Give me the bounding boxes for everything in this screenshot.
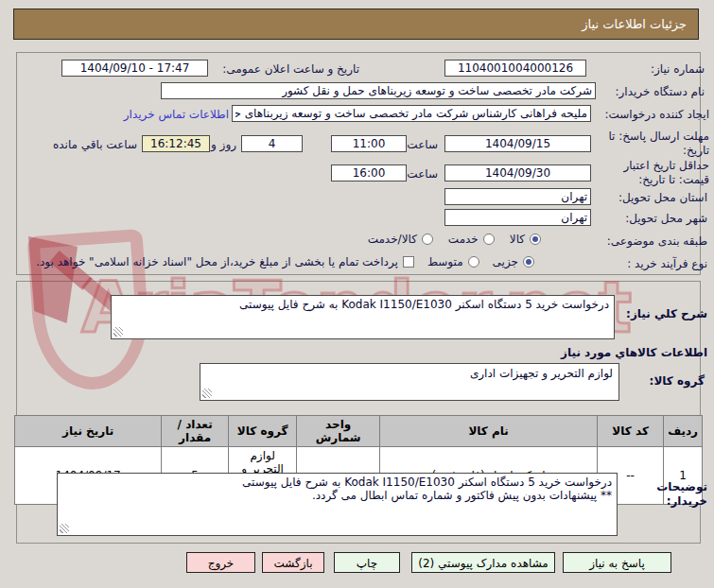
radio-medium-icon[interactable] (468, 256, 479, 268)
request-creator-label: ایجاد کننده درخواست: (604, 108, 709, 121)
treasury-checkbox-icon[interactable] (403, 256, 414, 268)
buyer-notes-textarea[interactable]: درخواست خرید 5 دستگاه اسکنر Kodak I1150/… (58, 474, 617, 535)
print-button[interactable]: چاپ (334, 552, 400, 573)
exit-button[interactable]: خروج (186, 552, 255, 573)
buyer-org-label: نام دستگاه خریدار: (616, 85, 705, 98)
remaining-time-field[interactable] (142, 135, 210, 152)
need-description-box: درخواست خرید 5 دستگاه اسکنر Kodak I1150/… (111, 295, 615, 339)
col-unit: واحد شمارش (297, 416, 380, 447)
delivery-city-field[interactable] (444, 209, 591, 226)
back-button[interactable]: بازگشت (262, 552, 324, 573)
process-option-medium[interactable]: متوسط (427, 255, 479, 268)
radio-goods-service-label: کالا/خدمت (368, 233, 417, 246)
treasury-checkbox-label: پرداخت تمام یا بخشی از مبلغ خرید،از محل … (36, 255, 398, 268)
col-qty: تعداد / مقدار (162, 416, 229, 447)
buyer-notes-label: توضیحات خریدار: (649, 480, 707, 509)
remaining-time-label: ساعت باقي مانده (53, 138, 137, 151)
buyer-contact-link[interactable]: اطلاعات تماس خریدار (124, 108, 229, 121)
deadline-hour-label: ساعت (407, 138, 438, 151)
classification-option-goods[interactable]: کالا (510, 233, 541, 246)
delivery-province-field[interactable] (444, 188, 591, 205)
validity-hour-label: ساعت (407, 167, 438, 181)
resize-grip-icon[interactable] (60, 524, 69, 533)
goods-group-label: گروه كالا: (650, 374, 705, 388)
radio-medium-label: متوسط (427, 255, 463, 268)
need-description-textarea[interactable]: درخواست خرید 5 دستگاه اسکنر Kodak I1150/… (112, 296, 614, 338)
classification-label: طبقه بندی موضوعی: (607, 234, 707, 248)
resize-grip-icon[interactable] (202, 389, 212, 398)
classification-option-goods-service[interactable]: کالا/خدمت (368, 233, 433, 246)
remaining-days-label: روز و (211, 138, 236, 151)
delivery-province-label: استان محل تحویل: (618, 191, 707, 204)
remaining-days-field[interactable] (241, 135, 303, 152)
respond-to-need-button[interactable]: پاسخ به نیاز (563, 552, 671, 573)
items-table-header-row: ردیف کد کالا نام کالا واحد شمارش گروه کا… (15, 416, 703, 447)
radio-service-label: خدمت (448, 233, 479, 246)
col-name: نام کالا (380, 416, 598, 447)
announce-datetime-field[interactable] (61, 60, 208, 77)
response-deadline-hour-field[interactable] (331, 135, 407, 152)
radio-minor-icon[interactable] (523, 256, 534, 268)
delivery-city-label: شهر محل تحویل: (625, 212, 707, 225)
announce-datetime-label: تاریخ و ساعت اعلان عمومی: (222, 62, 359, 76)
process-type-label: نوع فرآیند خرید : (627, 257, 707, 270)
goods-group-box: لوازم التحریر و تجهیزات اداری (200, 363, 619, 401)
radio-service-icon[interactable] (483, 233, 495, 245)
radio-goods-icon[interactable] (530, 233, 541, 245)
buyer-notes-box: درخواست خرید 5 دستگاه اسکنر Kodak I1150/… (57, 473, 618, 536)
response-deadline-date-field[interactable] (444, 135, 591, 152)
need-description-label: شرح كلي نياز: (626, 307, 707, 320)
radio-goods-service-icon[interactable] (422, 233, 433, 245)
col-date: تاریخ نیاز (15, 416, 162, 447)
col-code: کد کالا (598, 416, 664, 447)
need-number-label: شماره نیاز: (651, 62, 705, 76)
process-type-options: جزیی متوسط پرداخت تمام یا بخشی از مبلغ خ… (36, 255, 534, 268)
radio-minor-label: جزیی (493, 255, 518, 268)
process-option-minor[interactable]: جزیی (493, 255, 534, 268)
need-number-field[interactable] (444, 60, 586, 77)
classification-option-service[interactable]: خدمت (448, 233, 495, 246)
page-title: جزئیات اطلاعات نیاز (13, 9, 699, 40)
goods-group-value: لوازم التحریر و تجهیزات اداری (200, 364, 618, 383)
need-details-page: AriaTender.net جزئیات اطلاعات نیاز شماره… (0, 0, 714, 588)
col-group: گروه کالا (229, 416, 297, 447)
price-validity-label: حداقل تاریخ اعتبار قیمت: تا تاریخ: (594, 159, 709, 187)
request-creator-field[interactable] (232, 105, 591, 122)
radio-goods-label: کالا (510, 233, 525, 246)
response-deadline-label: مهلت ارسال پاسخ: تا تاریخ: (594, 130, 709, 158)
treasury-payment-option[interactable]: پرداخت تمام یا بخشی از مبلغ خرید،از محل … (36, 255, 414, 268)
col-row: ردیف (664, 416, 703, 447)
classification-options: کالا خدمت کالا/خدمت (368, 233, 541, 246)
resize-grip-icon[interactable] (113, 327, 123, 337)
goods-section-title: اطلاعات كالاهاي مورد نياز (561, 346, 707, 359)
view-attached-docs-button[interactable]: مشاهده مدارک پیوستي (2) (411, 552, 555, 573)
price-validity-hour-field[interactable] (331, 164, 407, 182)
buyer-org-field[interactable] (161, 82, 596, 99)
price-validity-date-field[interactable] (444, 164, 591, 182)
